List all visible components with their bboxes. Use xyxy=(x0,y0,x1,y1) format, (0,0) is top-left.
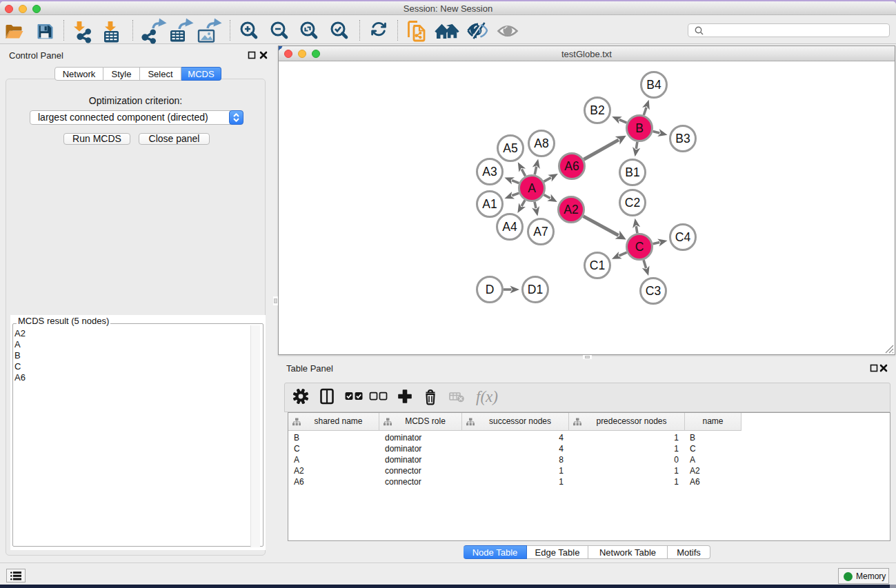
svg-text:B: B xyxy=(635,121,644,135)
svg-text:A7: A7 xyxy=(533,225,548,239)
svg-text:D1: D1 xyxy=(528,283,543,296)
svg-text:A8: A8 xyxy=(534,136,548,150)
svg-text:B3: B3 xyxy=(675,132,690,145)
svg-text:C: C xyxy=(635,240,644,254)
svg-text:A3: A3 xyxy=(482,165,497,179)
svg-text:f(x): f(x) xyxy=(476,388,498,405)
svg-text:A4: A4 xyxy=(502,220,517,234)
svg-text:A1: A1 xyxy=(482,197,497,211)
svg-text:B2: B2 xyxy=(590,103,604,117)
svg-text:A2: A2 xyxy=(564,203,578,216)
svg-text:A: A xyxy=(528,181,536,195)
svg-text:C2: C2 xyxy=(625,196,640,210)
svg-text:A6: A6 xyxy=(564,159,579,173)
svg-text:A5: A5 xyxy=(503,141,517,155)
svg-text:C1: C1 xyxy=(590,258,605,272)
svg-text:C3: C3 xyxy=(646,284,661,298)
svg-text:D: D xyxy=(486,283,495,296)
svg-text:B1: B1 xyxy=(625,165,639,179)
svg-text:C4: C4 xyxy=(675,230,691,244)
svg-text:B4: B4 xyxy=(646,78,661,92)
